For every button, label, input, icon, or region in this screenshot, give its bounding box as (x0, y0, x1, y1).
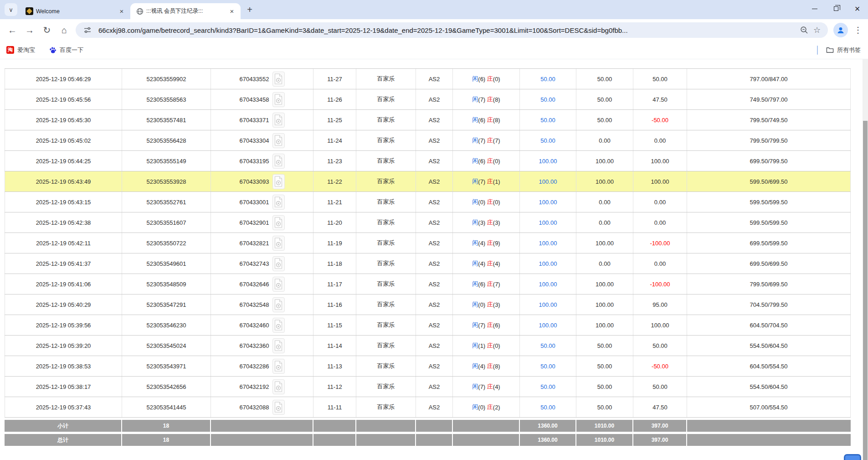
balance: 599.50/599.50 (687, 212, 851, 233)
win-loss: 100.00 (633, 171, 687, 191)
video-record-icon[interactable] (272, 195, 285, 210)
bookmark-baidu[interactable]: 百度一下 (49, 46, 83, 54)
bet-time: 2025-12-19 05:39:20 (5, 336, 122, 356)
bet-id: 523053543971 (122, 356, 211, 376)
home-button[interactable]: ⌂ (56, 22, 73, 38)
site-settings-icon[interactable] (81, 24, 94, 36)
baidu-paw-icon (49, 46, 56, 54)
bet-id: 523053541445 (122, 397, 211, 417)
bet-amount[interactable]: 100.00 (520, 171, 576, 191)
bookmark-star-icon[interactable]: ☆ (811, 24, 823, 36)
tab-search-button[interactable]: ∨ (5, 3, 17, 16)
table-number: 11-13 (313, 356, 356, 376)
room-code: AS2 (416, 295, 453, 315)
video-record-icon[interactable] (272, 400, 285, 415)
bet-amount[interactable]: 50.00 (520, 377, 576, 397)
tab-bet-records[interactable]: :::视讯 会员下注纪录::: × (130, 3, 241, 19)
bet-id: 523053553928 (122, 171, 211, 191)
bet-amount[interactable]: 100.00 (520, 212, 576, 233)
close-tab-icon[interactable]: × (118, 7, 126, 16)
video-record-icon[interactable] (272, 113, 285, 128)
video-record-icon[interactable] (272, 72, 285, 87)
bet-amount[interactable]: 100.00 (520, 315, 576, 335)
floating-action-button[interactable] (844, 454, 861, 460)
bet-id: 523053552761 (122, 192, 211, 212)
video-record-icon[interactable] (272, 154, 285, 169)
round-id: 670433371 (239, 117, 269, 124)
video-record-icon[interactable] (272, 92, 285, 107)
round-id-cell: 670432286 (211, 356, 313, 376)
bet-amount[interactable]: 50.00 (520, 336, 576, 356)
summary-label: 总计 (5, 434, 122, 446)
round-id: 670432646 (239, 281, 269, 288)
globe-icon (136, 7, 144, 15)
close-window-button[interactable]: × (847, 0, 868, 17)
bet-amount[interactable]: 50.00 (520, 69, 576, 89)
browser-menu-button[interactable]: ⋮ (853, 23, 863, 37)
video-record-icon[interactable] (272, 215, 285, 230)
game-result: 闲(0) 庄(0) (453, 192, 520, 212)
forward-button[interactable]: → (21, 22, 38, 38)
video-record-icon[interactable] (272, 133, 285, 148)
balance: 599.50/699.50 (687, 171, 851, 191)
summary-winloss-total: 397.00 (633, 420, 687, 432)
plus-icon: + (247, 5, 252, 15)
video-record-icon[interactable] (272, 359, 285, 374)
all-bookmarks-button[interactable]: 所有书签 (826, 46, 861, 54)
url-bar[interactable]: 66cxkj98.com/game/betrecord_search/kind3… (76, 22, 828, 38)
video-record-icon[interactable] (272, 256, 285, 271)
reload-button[interactable]: ↻ (38, 22, 56, 38)
room-code: AS2 (416, 212, 453, 233)
bet-amount[interactable]: 100.00 (520, 192, 576, 212)
close-tab-icon[interactable]: × (228, 7, 236, 16)
bet-amount[interactable]: 100.00 (520, 274, 576, 294)
table-row: 2025-12-19 05:45:30 523053557481 6704333… (5, 110, 851, 130)
minimize-button[interactable] (804, 0, 825, 17)
bet-amount[interactable]: 100.00 (520, 151, 576, 171)
new-tab-button[interactable]: + (243, 3, 256, 16)
back-button[interactable]: ← (4, 22, 21, 38)
round-id-cell: 670433552 (211, 69, 313, 89)
video-record-icon[interactable] (272, 297, 285, 312)
bet-amount[interactable]: 50.00 (520, 110, 576, 130)
table-row: 2025-12-19 05:44:25 523053555149 6704331… (5, 151, 851, 171)
video-record-icon[interactable] (272, 236, 285, 251)
total-row: 总计 18 1360.00 1010.00 397.00 (5, 434, 851, 446)
bet-amount[interactable]: 50.00 (520, 89, 576, 109)
valid-amount: 100.00 (576, 295, 633, 315)
bet-amount[interactable]: 100.00 (520, 233, 576, 253)
balance: 699.50/599.50 (687, 233, 851, 253)
forward-icon: → (25, 25, 34, 36)
summary-winloss-total: 397.00 (633, 434, 687, 446)
table-number: 11-26 (313, 89, 356, 109)
bet-amount[interactable]: 50.00 (520, 397, 576, 417)
game-result: 闲(7) 庄(1) (453, 171, 520, 191)
bookmark-taobao[interactable]: 淘 爱淘宝 (6, 46, 35, 54)
page-scrollbar[interactable] (863, 59, 868, 460)
video-record-icon[interactable] (272, 174, 285, 189)
video-record-icon[interactable] (272, 318, 285, 333)
tab-welcome[interactable]: Welcome × (20, 3, 130, 19)
bet-table-summary: 小计 18 1360.00 1010.00 397.00 总计 18 1360.… (5, 420, 851, 446)
url-text[interactable]: 66cxkj98.com/game/betrecord_search/kind3… (98, 26, 798, 34)
video-record-icon[interactable] (272, 338, 285, 353)
profile-avatar[interactable] (833, 23, 848, 37)
video-record-icon[interactable] (272, 277, 285, 292)
restore-button[interactable] (825, 0, 847, 17)
round-id: 670433552 (239, 76, 269, 83)
bet-id: 523053558563 (122, 89, 211, 109)
folder-icon (826, 46, 834, 54)
bet-amount[interactable]: 100.00 (520, 253, 576, 274)
bet-time: 2025-12-19 05:45:02 (5, 130, 122, 150)
video-record-icon[interactable] (272, 379, 285, 394)
game-result: 闲(0) 庄(2) (453, 397, 520, 417)
game-name: 百家乐 (356, 356, 416, 376)
bet-amount[interactable]: 100.00 (520, 295, 576, 315)
page-content: 2025-12-19 05:46:29 523053559902 6704335… (0, 59, 868, 460)
scrollbar-thumb[interactable] (863, 121, 868, 460)
bet-time: 2025-12-19 05:43:15 (5, 192, 122, 212)
bet-amount[interactable]: 50.00 (520, 356, 576, 376)
round-id: 670432088 (239, 404, 269, 411)
zoom-out-indicator-icon[interactable] (798, 24, 811, 36)
bet-amount[interactable]: 50.00 (520, 130, 576, 150)
